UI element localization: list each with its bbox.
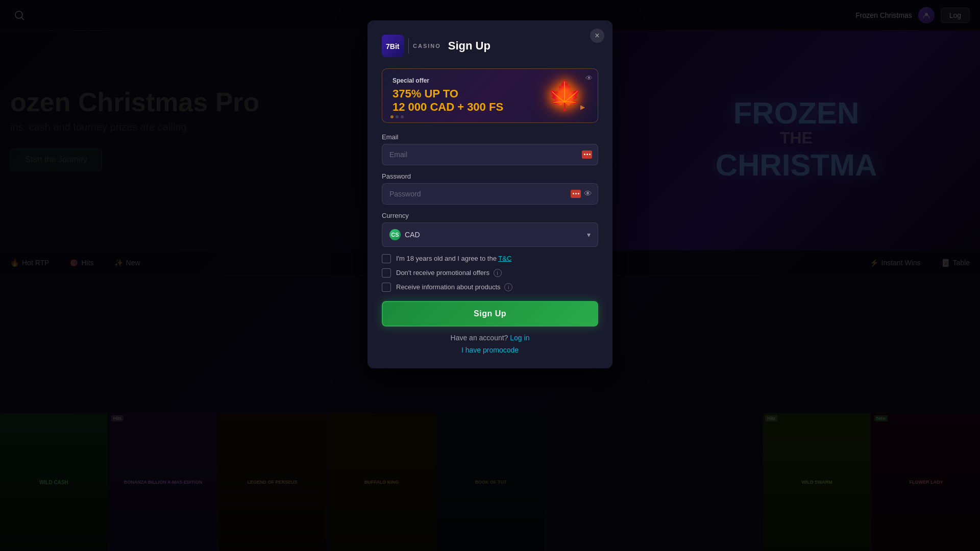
receive-info-label: Receive information about products i — [396, 283, 512, 292]
modal-overlay: 7Bit CASINO Sign Up × 👁 Special offer 37… — [0, 0, 980, 551]
promo-offer: 375% UP TO 12 000 CAD + 300 FS — [393, 87, 542, 114]
dots-icon — [582, 151, 592, 159]
password-eye-icon[interactable]: 👁 — [584, 189, 592, 198]
currency-group: Currency CS CAD ▾ — [382, 212, 598, 247]
currency-value: CAD — [405, 231, 420, 239]
currency-select-left: CS CAD — [389, 229, 420, 240]
no-promo-info-icon[interactable]: i — [494, 269, 502, 277]
promo-arrow: ▶ — [580, 104, 585, 111]
svg-text:7Bit: 7Bit — [386, 42, 400, 51]
dots-icon-2 — [571, 190, 581, 198]
logo-icon: 7Bit — [382, 35, 404, 57]
promo-dots — [390, 115, 404, 118]
currency-select[interactable]: CS CAD ▾ — [382, 222, 598, 247]
promo-image: 🍁 ▶ — [542, 78, 587, 113]
chevron-down-icon: ▾ — [587, 231, 591, 239]
login-link[interactable]: Log in — [510, 334, 529, 342]
currency-label: Currency — [382, 212, 598, 219]
logo: 7Bit CASINO — [382, 35, 441, 57]
email-label: Email — [382, 133, 598, 141]
email-input[interactable] — [382, 144, 598, 165]
password-input-wrapper: 👁 — [382, 183, 598, 205]
close-icon: × — [595, 31, 599, 40]
logo-sub-text: CASINO — [413, 43, 441, 49]
close-button[interactable]: × — [590, 29, 604, 43]
password-input[interactable] — [382, 183, 598, 205]
signup-button[interactable]: Sign Up — [382, 301, 598, 327]
promo-content: Special offer 375% UP TO 12 000 CAD + 30… — [393, 77, 542, 114]
promo-label: Special offer — [393, 77, 542, 84]
no-promo-checkbox[interactable] — [382, 268, 391, 278]
no-promo-label: Don't receive promotional offers i — [396, 269, 502, 278]
email-input-wrapper — [382, 144, 598, 165]
no-promo-checkbox-group: Don't receive promotional offers i — [382, 268, 598, 278]
dot-2 — [396, 115, 399, 118]
dot-1 — [390, 115, 394, 118]
modal-title: Sign Up — [448, 39, 491, 53]
tc-link[interactable]: T&C — [498, 255, 511, 262]
have-account-text: Have an account? Log in — [382, 334, 598, 342]
promo-banner: 👁 Special offer 375% UP TO 12 000 CAD + … — [382, 68, 598, 123]
age-checkbox-group: I'm 18 years old and I agree to the T&C — [382, 254, 598, 263]
promocode-link[interactable]: I have promocode — [382, 346, 598, 354]
password-label: Password — [382, 172, 598, 180]
receive-info-checkbox-group: Receive information about products i — [382, 283, 598, 292]
dot-3 — [401, 115, 404, 118]
age-label: I'm 18 years old and I agree to the T&C — [396, 255, 511, 262]
receive-info-icon[interactable]: i — [504, 283, 512, 291]
email-group: Email — [382, 133, 598, 165]
logo-divider — [408, 38, 409, 54]
age-checkbox[interactable] — [382, 254, 391, 263]
signup-modal: 7Bit CASINO Sign Up × 👁 Special offer 37… — [368, 20, 612, 368]
currency-select-wrapper: CS CAD ▾ — [382, 222, 598, 247]
currency-flag-icon: CS — [389, 229, 401, 240]
password-input-icon: 👁 — [571, 189, 592, 198]
maple-leaf-icon: 🍁 — [547, 79, 582, 112]
email-input-icon — [582, 151, 592, 159]
receive-info-checkbox[interactable] — [382, 283, 391, 292]
modal-header: 7Bit CASINO Sign Up — [382, 35, 598, 57]
password-group: Password 👁 — [382, 172, 598, 205]
